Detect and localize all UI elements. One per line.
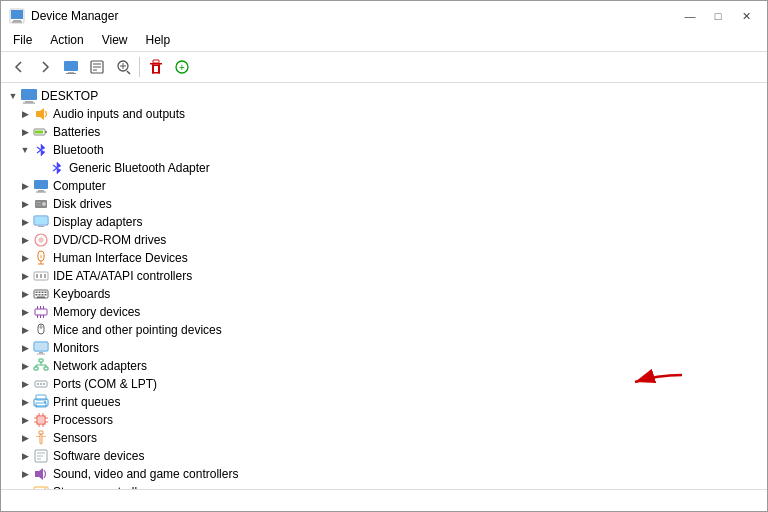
tree-item-disk[interactable]: ▶ Disk drives bbox=[1, 195, 767, 213]
svg-rect-30 bbox=[34, 180, 48, 189]
svg-rect-38 bbox=[35, 217, 47, 224]
svg-rect-72 bbox=[35, 343, 47, 350]
svg-rect-60 bbox=[37, 297, 45, 299]
tree-item-display[interactable]: ▶ Display adapters bbox=[1, 213, 767, 231]
svg-rect-39 bbox=[38, 226, 44, 227]
menu-file[interactable]: File bbox=[5, 31, 40, 49]
menu-view[interactable]: View bbox=[94, 31, 136, 49]
tree-item-dvd[interactable]: ▶ DVD/CD-ROM drives bbox=[1, 231, 767, 249]
back-button[interactable] bbox=[7, 55, 31, 79]
title-bar: Device Manager — □ ✕ bbox=[1, 1, 767, 29]
tree-item-ide[interactable]: ▶ IDE ATA/ATAPI controllers bbox=[1, 267, 767, 285]
processors-icon bbox=[33, 412, 49, 428]
svg-rect-55 bbox=[45, 292, 47, 294]
display-expand-icon: ▶ bbox=[17, 214, 33, 230]
mice-label: Mice and other pointing devices bbox=[53, 323, 222, 337]
bluetooth-expand-icon: ▼ bbox=[17, 142, 33, 158]
uninstall-button[interactable] bbox=[144, 55, 168, 79]
tree-item-processors[interactable]: ▶ Processors bbox=[1, 411, 767, 429]
memory-expand-icon: ▶ bbox=[17, 304, 33, 320]
hid-icon bbox=[33, 250, 49, 266]
sound-expand-icon: ▶ bbox=[17, 466, 33, 482]
disk-icon bbox=[33, 196, 49, 212]
mice-icon bbox=[33, 322, 49, 338]
device-tree[interactable]: ▼ DESKTOP ▶ Audio inputs and outputs bbox=[1, 83, 767, 489]
tree-item-bluetooth[interactable]: ▼ Bluetooth bbox=[1, 141, 767, 159]
tree-item-network[interactable]: ▶ Network adapters bbox=[1, 357, 767, 375]
print-icon bbox=[33, 394, 49, 410]
software-label: Software devices bbox=[53, 449, 144, 463]
svg-rect-15 bbox=[153, 60, 159, 63]
tree-item-sensors[interactable]: ▶ Sensors bbox=[1, 429, 767, 447]
svg-point-90 bbox=[44, 401, 46, 403]
tree-item-mice[interactable]: ▶ Mice and other pointing devices bbox=[1, 321, 767, 339]
computer-icon bbox=[33, 178, 49, 194]
tree-item-computer[interactable]: ▶ Computer bbox=[1, 177, 767, 195]
tree-item-software[interactable]: ▶ Software devices bbox=[1, 447, 767, 465]
svg-rect-73 bbox=[39, 352, 43, 354]
forward-button[interactable] bbox=[33, 55, 57, 79]
dvd-icon bbox=[33, 232, 49, 248]
tree-item-print[interactable]: ▶ Print queues bbox=[1, 393, 767, 411]
root-expand-icon: ▼ bbox=[5, 88, 21, 104]
minimize-button[interactable]: — bbox=[677, 7, 703, 25]
svg-rect-101 bbox=[39, 431, 43, 434]
tree-item-sound[interactable]: ▶ Sound, video and game controllers bbox=[1, 465, 767, 483]
svg-point-42 bbox=[40, 239, 42, 241]
svg-point-84 bbox=[40, 383, 42, 385]
update-button[interactable]: + bbox=[170, 55, 194, 79]
menu-bar: File Action View Help bbox=[1, 29, 767, 52]
menu-help[interactable]: Help bbox=[138, 31, 179, 49]
properties-button[interactable] bbox=[85, 55, 109, 79]
title-bar-left: Device Manager bbox=[9, 8, 118, 24]
bt-adapter-icon bbox=[49, 160, 65, 176]
svg-rect-75 bbox=[39, 359, 43, 362]
svg-rect-104 bbox=[42, 436, 46, 437]
svg-rect-24 bbox=[25, 101, 33, 103]
tree-item-hid[interactable]: ▶ Human Interface Devices bbox=[1, 249, 767, 267]
audio-label: Audio inputs and outputs bbox=[53, 107, 185, 121]
close-button[interactable]: ✕ bbox=[733, 7, 759, 25]
tree-item-ports[interactable]: ▶ Ports (COM & LPT) bbox=[1, 375, 767, 393]
maximize-button[interactable]: □ bbox=[705, 7, 731, 25]
ide-label: IDE ATA/ATAPI controllers bbox=[53, 269, 192, 283]
mice-expand-icon: ▶ bbox=[17, 322, 33, 338]
svg-rect-76 bbox=[34, 367, 38, 370]
svg-line-12 bbox=[127, 71, 130, 74]
svg-rect-19 bbox=[152, 65, 160, 67]
tree-item-batteries[interactable]: ▶ Batteries bbox=[1, 123, 767, 141]
computer-label: Computer bbox=[53, 179, 106, 193]
ide-icon bbox=[33, 268, 49, 284]
svg-rect-62 bbox=[37, 315, 38, 318]
toolbar-separator-1 bbox=[139, 57, 140, 77]
svg-rect-59 bbox=[45, 294, 47, 296]
toolbar: + bbox=[1, 52, 767, 83]
computer-expand-icon: ▶ bbox=[17, 178, 33, 194]
keyboards-expand-icon: ▶ bbox=[17, 286, 33, 302]
tree-item-monitors[interactable]: ▶ Monitors bbox=[1, 339, 767, 357]
tree-item-memory[interactable]: ▶ Memory devices bbox=[1, 303, 767, 321]
tree-item-audio[interactable]: ▶ Audio inputs and outputs bbox=[1, 105, 767, 123]
scan-button[interactable] bbox=[111, 55, 135, 79]
menu-action[interactable]: Action bbox=[42, 31, 91, 49]
tree-root[interactable]: ▼ DESKTOP bbox=[1, 87, 767, 105]
memory-label: Memory devices bbox=[53, 305, 140, 319]
svg-rect-31 bbox=[38, 190, 44, 192]
svg-rect-6 bbox=[66, 73, 76, 74]
display-label: Display adapters bbox=[53, 215, 142, 229]
network-icon bbox=[33, 358, 49, 374]
bluetooth-icon bbox=[33, 142, 49, 158]
svg-marker-109 bbox=[35, 468, 43, 480]
sensors-expand-icon: ▶ bbox=[17, 430, 33, 446]
keyboards-icon bbox=[33, 286, 49, 302]
software-expand-icon: ▶ bbox=[17, 448, 33, 464]
status-bar bbox=[1, 489, 767, 511]
computer-button[interactable] bbox=[59, 55, 83, 79]
svg-rect-77 bbox=[44, 367, 48, 370]
tree-item-bluetooth-adapter[interactable]: ▶ Generic Bluetooth Adapter bbox=[1, 159, 767, 177]
ports-icon bbox=[33, 376, 49, 392]
tree-item-keyboards[interactable]: ▶ Keyboards bbox=[1, 285, 767, 303]
batteries-label: Batteries bbox=[53, 125, 100, 139]
svg-rect-56 bbox=[36, 294, 38, 296]
svg-rect-50 bbox=[44, 274, 46, 278]
